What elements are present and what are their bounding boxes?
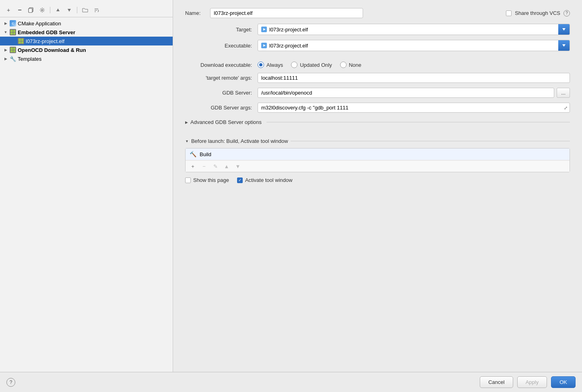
advanced-section-header[interactable]: ▶ Advanced GDB Server options: [185, 118, 570, 127]
activate-window-option[interactable]: ✓ Activate tool window: [237, 177, 293, 183]
build-add-button[interactable]: +: [189, 162, 197, 170]
toolbar-separator: [50, 7, 50, 13]
target-dropdown[interactable]: ▶ l073rz-project.elf: [258, 24, 570, 35]
advanced-section-line: [266, 122, 570, 122]
download-label: Download executable:: [185, 62, 258, 68]
copy-config-button[interactable]: [27, 6, 35, 14]
executable-dropdown[interactable]: ▶ l073rz-project.elf: [258, 40, 570, 51]
tree-label-openocd: OpenOCD Download & Run: [18, 47, 86, 53]
radio-none-label: None: [349, 62, 361, 68]
before-launch-arrow: ▼: [185, 139, 189, 143]
gdb-server-args-label: GDB Server args:: [185, 105, 258, 111]
build-toolbar: + − ✎ ▲ ▼: [186, 160, 570, 172]
before-launch-section: ▼ Before launch: Build, Activate tool wi…: [185, 136, 570, 186]
executable-dropdown-value: ▶ l073rz-project.elf: [258, 41, 558, 50]
tree-item-elf[interactable]: l073rz-project.elf: [0, 37, 173, 45]
name-row: Name: Share through VCS ?: [185, 8, 570, 18]
vcs-label: Share through VCS: [515, 10, 560, 16]
help-button[interactable]: ?: [6, 378, 15, 387]
before-launch-header[interactable]: ▼ Before launch: Build, Activate tool wi…: [185, 136, 570, 146]
cancel-button[interactable]: Cancel: [480, 376, 513, 388]
target-row: Target: ▶ l073rz-project.elf: [185, 24, 570, 35]
apply-button[interactable]: Apply: [517, 376, 547, 388]
svg-marker-9: [562, 44, 565, 47]
vcs-help-button[interactable]: ?: [563, 10, 570, 17]
download-row: Download executable: Always Updated Only: [185, 62, 570, 68]
executable-dropdown-icon: ▶: [261, 43, 267, 48]
target-dropdown-value: ▶ l073rz-project.elf: [258, 25, 558, 34]
gdb-server-input[interactable]: [258, 88, 554, 98]
show-page-label: Show this page: [193, 177, 229, 183]
toolbar: + −: [0, 3, 173, 17]
tree-item-templates[interactable]: ▶ 🔧 Templates: [0, 54, 173, 63]
target-remote-input[interactable]: [258, 73, 570, 83]
target-label: Target:: [185, 27, 258, 33]
tree-arrow-templates: ▶: [3, 56, 8, 61]
advanced-section-arrow: ▶: [185, 120, 188, 124]
tree-label-gdb: Embedded GDB Server: [18, 29, 75, 35]
target-dropdown-icon: ▶: [261, 27, 267, 32]
svg-marker-4: [68, 9, 71, 12]
left-panel: + −: [0, 0, 173, 372]
executable-control: ▶ l073rz-project.elf: [258, 40, 570, 51]
toolbar-separator-2: [77, 7, 77, 13]
move-down-button[interactable]: [65, 6, 74, 14]
radio-always[interactable]: Always: [258, 62, 283, 68]
add-config-button[interactable]: +: [4, 6, 13, 14]
build-item[interactable]: 🔨 Build: [186, 149, 570, 160]
tree-item-gdb[interactable]: ▼ Embedded GDB Server: [0, 28, 173, 37]
build-edit-button[interactable]: ✎: [211, 162, 219, 170]
right-panel: Name: Share through VCS ? Target: ▶ l073…: [173, 0, 582, 372]
bottom-bar: ? Cancel Apply OK: [0, 372, 582, 392]
gdb-server-args-row: GDB Server args: ⤢: [185, 103, 570, 113]
advanced-section-title: Advanced GDB Server options: [190, 119, 262, 125]
gdb-server-label: GDB Server:: [185, 90, 258, 96]
target-control: ▶ l073rz-project.elf: [258, 24, 570, 35]
activate-window-check: ✓: [238, 178, 241, 182]
settings-button[interactable]: [38, 6, 47, 14]
build-move-up-button[interactable]: ▲: [223, 162, 231, 170]
gdb-icon: [10, 29, 16, 35]
radio-updated-only-circle: [291, 62, 297, 68]
name-input[interactable]: [210, 8, 363, 18]
build-label: Build: [200, 151, 211, 157]
gdb-server-browse-button[interactable]: ...: [557, 88, 570, 98]
build-icon: 🔨: [190, 151, 196, 157]
activate-window-label: Activate tool window: [245, 177, 293, 183]
tree-item-cmake[interactable]: ▶ C CMake Application: [0, 19, 173, 28]
radio-always-dot: [259, 63, 262, 66]
show-page-checkbox[interactable]: [185, 177, 191, 183]
folder-button[interactable]: [80, 6, 89, 14]
checkbox-row: Show this page ✓ Activate tool window: [185, 174, 570, 186]
expand-icon[interactable]: ⤢: [564, 105, 568, 110]
build-remove-button[interactable]: −: [200, 162, 208, 170]
before-launch-title: Before launch: Build, Activate tool wind…: [191, 138, 288, 144]
executable-row: Executable: ▶ l073rz-project.elf: [185, 40, 570, 51]
remove-config-button[interactable]: −: [15, 6, 24, 14]
radio-none[interactable]: None: [340, 62, 361, 68]
gdb-server-args-input[interactable]: [258, 103, 570, 113]
build-move-down-button[interactable]: ▼: [234, 162, 242, 170]
tree-arrow-cmake: ▶: [3, 21, 8, 26]
download-control: Always Updated Only None: [258, 62, 570, 68]
radio-updated-only[interactable]: Updated Only: [291, 62, 332, 68]
vcs-row: Share through VCS ?: [506, 10, 570, 17]
tree-label-templates: Templates: [18, 56, 41, 62]
show-page-option[interactable]: Show this page: [185, 177, 229, 183]
activate-window-checkbox[interactable]: ✓: [237, 177, 243, 183]
dialog-content: + −: [0, 0, 582, 372]
action-buttons: Cancel Apply OK: [480, 376, 576, 388]
target-dropdown-arrow[interactable]: [558, 24, 570, 35]
target-remote-control: [258, 73, 570, 83]
vcs-checkbox[interactable]: [506, 10, 512, 16]
tree-item-openocd[interactable]: ▶ OpenOCD Download & Run: [0, 45, 173, 54]
sort-button[interactable]: [92, 6, 101, 14]
ok-button[interactable]: OK: [551, 376, 576, 388]
executable-dropdown-arrow[interactable]: [558, 40, 570, 51]
radio-always-circle: [258, 62, 264, 68]
move-up-button[interactable]: [54, 6, 62, 14]
target-remote-row: 'target remote' args:: [185, 73, 570, 83]
radio-none-circle: [340, 62, 347, 68]
svg-point-2: [41, 9, 43, 11]
tree-arrow-gdb: ▼: [3, 30, 8, 35]
